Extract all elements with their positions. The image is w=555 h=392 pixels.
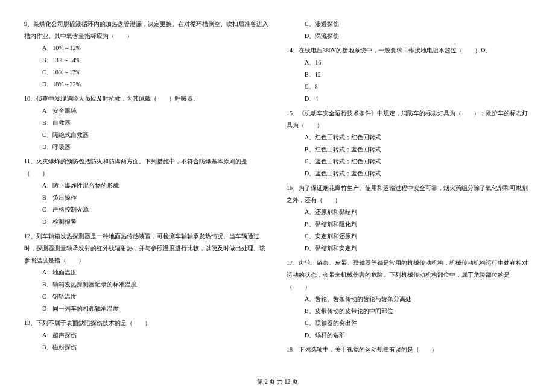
option-d: D、检测报警 bbox=[24, 216, 268, 228]
question-text: 17、齿轮、链条、皮带、联轴器等都是常用的机械传动机构，机械传动机构运行中处在相… bbox=[287, 257, 531, 293]
option-d: D、黏结剂和安定剂 bbox=[287, 242, 531, 254]
question-13-cont: C、渗透探伤 D、涡流探伤 bbox=[287, 18, 531, 42]
option-c: C、钢轨温度 bbox=[24, 291, 268, 303]
option-b: B、13%～14% bbox=[24, 54, 268, 66]
option-a: A、超声探伤 bbox=[24, 329, 268, 341]
option-b: B、皮带传动的皮带轮的中间部位 bbox=[287, 305, 531, 317]
question-text: 11、火灾爆炸的预防包括防火和防爆两方面。下列措施中，不符合防爆基本原则的是（ … bbox=[24, 156, 268, 180]
question-10: 10、侦查中发现遇险人员应及时抢救，为其佩戴（ ）呼吸器。 A、安全眼镜 B、自… bbox=[24, 93, 268, 153]
question-text: 10、侦查中发现遇险人员应及时抢救，为其佩戴（ ）呼吸器。 bbox=[24, 93, 268, 105]
question-12: 12、列车轴箱发热探测器是一种地面热传感装置，可检测车轴轴承发热情况。当车辆通过… bbox=[24, 230, 268, 315]
question-text: 9、某煤化公司脱硫液循环内的加热盘管泄漏，决定更换。在对循环槽倒空、吹扫后准备进… bbox=[24, 18, 268, 42]
question-text: 12、列车轴箱发热探测器是一种地面热传感装置，可检测车轴轴承发热情况。当车辆通过… bbox=[24, 230, 268, 267]
option-a: A、16 bbox=[287, 57, 531, 69]
question-16: 16、为了保证烟花爆竹生产、使用和运输过程中安全可靠，烟火药组分除了氧化剂和可燃… bbox=[287, 182, 531, 254]
option-a: A、防止爆炸性混合物的形成 bbox=[24, 180, 268, 192]
option-d: D、蓝色回转式；蓝色回转式 bbox=[287, 168, 531, 180]
option-b: B、红色回转式；蓝色回转式 bbox=[287, 144, 531, 156]
option-d: D、蜗杆的端部 bbox=[287, 329, 531, 341]
right-column: C、渗透探伤 D、涡流探伤 14、在线电压380V的接地系统中，一般要求工作接地… bbox=[287, 18, 531, 368]
question-17: 17、齿轮、链条、皮带、联轴器等都是常用的机械传动机构，机械传动机构运行中处在相… bbox=[287, 257, 531, 341]
question-text: 13、下列不属于表面缺陷探伤技术的是（ ） bbox=[24, 317, 268, 329]
option-b: B、12 bbox=[287, 69, 531, 81]
option-c: C、安定剂和还原剂 bbox=[287, 230, 531, 242]
question-9: 9、某煤化公司脱硫液循环内的加热盘管泄漏，决定更换。在对循环槽倒空、吹扫后准备进… bbox=[24, 18, 268, 90]
question-13: 13、下列不属于表面缺陷探伤技术的是（ ） A、超声探伤 B、磁粉探伤 bbox=[24, 317, 268, 353]
option-a: A、红色回转式；红色回转式 bbox=[287, 131, 531, 144]
question-text: 16、为了保证烟花爆竹生产、使用和运输过程中安全可靠，烟火药组分除了氧化剂和可燃… bbox=[287, 182, 531, 206]
option-a: A、还原剂和黏结剂 bbox=[287, 206, 531, 218]
question-text: 18、下列选项中，关于视觉的运动规律有误的是（ ） bbox=[287, 344, 531, 356]
option-a: A、安全眼镜 bbox=[24, 105, 268, 117]
option-c: C、隔绝式自救器 bbox=[24, 129, 268, 141]
option-d: D、涡流探伤 bbox=[287, 30, 531, 42]
question-18: 18、下列选项中，关于视觉的运动规律有误的是（ ） bbox=[287, 344, 531, 356]
option-b: B、黏结剂和阻化剂 bbox=[287, 218, 531, 230]
option-d: D、4 bbox=[287, 93, 531, 105]
option-c: C、蓝色回转式；红色回转式 bbox=[287, 156, 531, 168]
question-text: 14、在线电压380V的接地系统中，一般要求工作接地电阻不超过（ ）Ω。 bbox=[287, 45, 531, 57]
option-d: D、呼吸器 bbox=[24, 141, 268, 153]
page-footer: 第 2 页 共 12 页 bbox=[0, 378, 555, 386]
question-11: 11、火灾爆炸的预防包括防火和防爆两方面。下列措施中，不符合防爆基本原则的是（ … bbox=[24, 156, 268, 228]
option-b: B、自救器 bbox=[24, 117, 268, 129]
option-c: C、渗透探伤 bbox=[287, 18, 531, 30]
question-14: 14、在线电压380V的接地系统中，一般要求工作接地电阻不超过（ ）Ω。 A、1… bbox=[287, 45, 531, 105]
option-b: B、负压操作 bbox=[24, 192, 268, 204]
question-15: 15、《机动车安全运行技术条件》中规定，消防车的标志灯具为（ ）；救护车的标志灯… bbox=[287, 107, 531, 180]
option-a: A、地面温度 bbox=[24, 267, 268, 279]
option-c: C、16%～17% bbox=[24, 66, 268, 78]
option-d: D、同一列车的相邻轴承温度 bbox=[24, 303, 268, 315]
left-column: 9、某煤化公司脱硫液循环内的加热盘管泄漏，决定更换。在对循环槽倒空、吹扫后准备进… bbox=[24, 18, 268, 368]
option-c: C、8 bbox=[287, 81, 531, 93]
option-d: D、18%～22% bbox=[24, 78, 268, 90]
question-text: 15、《机动车安全运行技术条件》中规定，消防车的标志灯具为（ ）；救护车的标志灯… bbox=[287, 107, 531, 131]
option-b: B、磁粉探伤 bbox=[24, 341, 268, 353]
option-c: C、联轴器的突出件 bbox=[287, 317, 531, 329]
option-b: B、轴箱发热探测器记录的标准温度 bbox=[24, 279, 268, 291]
option-a: A、10%～12% bbox=[24, 42, 268, 54]
two-column-layout: 9、某煤化公司脱硫液循环内的加热盘管泄漏，决定更换。在对循环槽倒空、吹扫后准备进… bbox=[24, 18, 531, 368]
option-a: A、齿轮、齿条传动的齿轮与齿条分离处 bbox=[287, 293, 531, 305]
option-c: C、严格控制火源 bbox=[24, 204, 268, 216]
